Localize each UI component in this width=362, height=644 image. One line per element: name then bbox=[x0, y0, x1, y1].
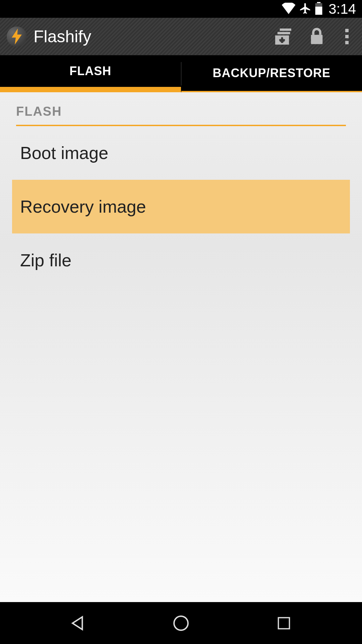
list-item-zip-file[interactable]: Zip file bbox=[16, 233, 346, 287]
svg-rect-11 bbox=[278, 618, 289, 629]
overflow-menu-button[interactable] bbox=[339, 29, 355, 44]
list-item-recovery-image[interactable]: Recovery image bbox=[12, 180, 350, 233]
svg-rect-3 bbox=[280, 29, 291, 31]
tab-backup-restore[interactable]: BACKUP/RESTORE bbox=[181, 55, 362, 92]
app-title: Flashify bbox=[34, 27, 261, 46]
wifi-icon bbox=[282, 3, 296, 15]
tab-bar: FLASH BACKUP/RESTORE bbox=[0, 55, 362, 92]
add-collection-button[interactable] bbox=[272, 25, 295, 48]
svg-rect-9 bbox=[311, 35, 323, 44]
svg-rect-4 bbox=[278, 32, 290, 34]
section-header: FLASH bbox=[16, 104, 346, 126]
app-bar: Flashify bbox=[0, 18, 362, 55]
battery-icon bbox=[315, 2, 322, 16]
svg-rect-0 bbox=[317, 2, 320, 3]
lock-button[interactable] bbox=[305, 25, 328, 48]
list-item-label: Recovery image bbox=[20, 197, 146, 216]
list-item-label: Boot image bbox=[20, 143, 108, 163]
tab-flash-label: FLASH bbox=[69, 64, 111, 78]
nav-back-button[interactable] bbox=[58, 610, 98, 637]
status-time: 3:14 bbox=[328, 1, 356, 17]
svg-point-10 bbox=[174, 616, 188, 630]
content-area: FLASH Boot image Recovery image Zip file bbox=[0, 92, 362, 602]
status-bar: 3:14 bbox=[0, 0, 362, 18]
tab-backup-label: BACKUP/RESTORE bbox=[213, 66, 330, 80]
nav-recent-button[interactable] bbox=[264, 610, 304, 637]
list-item-boot-image[interactable]: Boot image bbox=[16, 126, 346, 180]
app-logo-icon bbox=[7, 26, 27, 47]
airplane-icon bbox=[299, 2, 312, 16]
tab-flash[interactable]: FLASH bbox=[0, 55, 181, 92]
navigation-bar bbox=[0, 602, 362, 644]
list-item-label: Zip file bbox=[20, 251, 71, 270]
svg-rect-2 bbox=[315, 6, 322, 14]
nav-home-button[interactable] bbox=[161, 610, 201, 637]
